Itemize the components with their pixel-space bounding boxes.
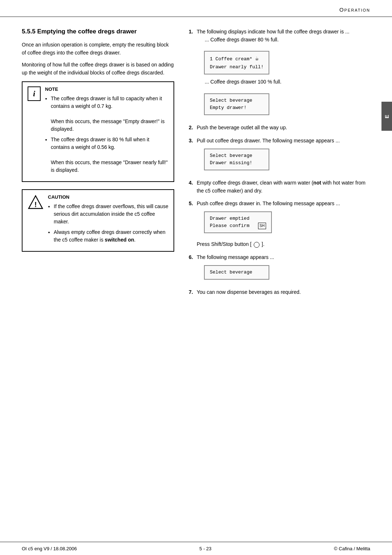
section-title-text: Emptying the coffee dregs drawer (37, 28, 137, 35)
screen-emptied: Drawer emptied Please confirm SH (204, 211, 272, 233)
note-box: i NOTE The coffee dregs drawer is full t… (22, 81, 174, 182)
screen-select-text1: Select beverage (210, 269, 252, 276)
note-list: The coffee dregs drawer is full to capac… (45, 95, 168, 174)
step-1-text: The following displays indicate how full… (197, 29, 350, 35)
shift-stop-icon (254, 242, 260, 248)
step-4-text: Empty coffee dregs drawer, clean with wa… (197, 180, 366, 194)
main-content: 5.5.5 Emptying the coffee dregs drawer O… (0, 17, 392, 308)
footer-right: © Cafina / Melitta (334, 546, 370, 551)
screen-80-line1: 1 Coffee cream* ☕ (210, 54, 264, 64)
caution-box: ! CAUTION If the coffee dregs drawer ove… (22, 189, 174, 252)
note-item-2-sub: When this occurs, the message "Drawer ne… (51, 159, 168, 173)
step-3-text: Pull out coffee dregs drawer. The follow… (197, 138, 340, 143)
screen-emptied-line1: Drawer emptied (210, 215, 266, 222)
footer-left: OI c5 eng V9 / 18.08.2006 (22, 546, 77, 551)
screen-emptied-line2: Please confirm SH (210, 222, 266, 230)
step-7-text: You can now dispense beverages as requir… (197, 289, 301, 295)
step-1-sub-100: ... Coffee dregs drawer 100 % full. (205, 78, 370, 86)
screen-100-text1: Select beverage (210, 97, 252, 104)
step-2: Push the beverage outlet all the way up. (189, 124, 370, 132)
note-item-1: The coffee dregs drawer is full to capac… (51, 95, 168, 133)
step-3: Pull out coffee dregs drawer. The follow… (189, 137, 370, 174)
note-item-2-main: The coffee dregs drawer is 80 % full whe… (51, 137, 149, 150)
caution-item-2: Always empty coffee dregs drawer correct… (54, 228, 168, 244)
screen-100-line1: Select beverage (210, 97, 264, 104)
screen-80-text1: 1 Coffee cream* (210, 56, 252, 63)
step-1: The following displays indicate how full… (189, 28, 370, 119)
step-1-sub-80: ... Coffee dregs drawer 80 % full. (205, 36, 370, 44)
note-label: NOTE (45, 86, 168, 92)
screen-100-full: Select beverage Empty drawer! (204, 93, 269, 115)
header-title: Operation (339, 7, 370, 13)
svg-text:!: ! (34, 200, 37, 208)
screen-missing: Select beverage Drawer missing! (204, 149, 269, 170)
step-5-text: Push coffee dregs drawer in. The followi… (197, 200, 340, 206)
step-6: The following message appears ... Select… (189, 254, 370, 283)
left-para-1: Once an infusion operation is complete, … (22, 41, 174, 57)
side-tab: E (381, 102, 392, 131)
note-item-1-sub: When this occurs, the message "Empty dra… (51, 118, 164, 132)
step-2-text: Push the beverage outlet all the way up. (197, 125, 287, 130)
coffee-cup-icon: ☕ (255, 54, 259, 64)
screen-missing-text1: Select beverage (210, 152, 252, 159)
step-7: You can now dispense beverages as requir… (189, 288, 370, 296)
note-item-1-main: The coffee dregs drawer is full to capac… (51, 96, 162, 109)
press-text: Press Shift/Stop button [ ]. (197, 240, 370, 248)
section-number: 5.5.5 (22, 28, 36, 35)
header: Operation (0, 0, 392, 17)
caution-list: If the coffee dregs drawer overflows, th… (48, 203, 168, 244)
note-content: NOTE The coffee dregs drawer is full to … (45, 86, 168, 177)
sh-badge: SH (258, 223, 266, 229)
page: Operation E 5.5.5 Emptying the coffee dr… (0, 0, 392, 555)
caution-label: CAUTION (48, 194, 168, 200)
screen-emptied-text2: Please confirm (210, 222, 249, 230)
screen-missing-text2: Drawer missing! (210, 159, 252, 167)
note-item-2: The coffee dregs drawer is 80 % full whe… (51, 136, 168, 174)
screen-80-text2: Drawer nearly full! (210, 64, 264, 71)
step-5: Push coffee dregs drawer in. The followi… (189, 200, 370, 248)
screen-select-bev: Select beverage (204, 265, 269, 280)
caution-content: CAUTION If the coffee dregs drawer overf… (48, 194, 168, 247)
left-para-2: Monitoring of how full the coffee dregs … (22, 61, 174, 77)
section-heading: 5.5.5 Emptying the coffee dregs drawer (22, 28, 174, 35)
screen-80-full: 1 Coffee cream* ☕ Drawer nearly full! (204, 51, 269, 74)
step-4: Empty coffee dregs drawer, clean with wa… (189, 179, 370, 195)
caution-icon: ! (28, 194, 44, 210)
screen-missing-line1: Select beverage (210, 152, 264, 159)
caution-triangle-svg: ! (28, 195, 43, 210)
screen-missing-line2: Drawer missing! (210, 159, 264, 167)
note-icon: i (28, 86, 41, 101)
steps-list: The following displays indicate how full… (189, 28, 370, 296)
right-column: The following displays indicate how full… (189, 28, 370, 301)
screen-100-line2: Empty drawer! (210, 104, 264, 112)
screen-100-text2: Empty drawer! (210, 104, 246, 112)
screen-select-line1: Select beverage (210, 269, 264, 276)
screen-emptied-text1: Drawer emptied (210, 215, 249, 222)
left-column: 5.5.5 Emptying the coffee dregs drawer O… (22, 28, 174, 301)
step-6-text: The following message appears ... (197, 254, 274, 260)
footer: OI c5 eng V9 / 18.08.2006 5 - 23 © Cafin… (0, 542, 392, 555)
caution-item-1: If the coffee dregs drawer overflows, th… (54, 203, 168, 226)
screen-80-line2: Drawer nearly full! (210, 64, 264, 71)
footer-center: 5 - 23 (199, 546, 211, 551)
